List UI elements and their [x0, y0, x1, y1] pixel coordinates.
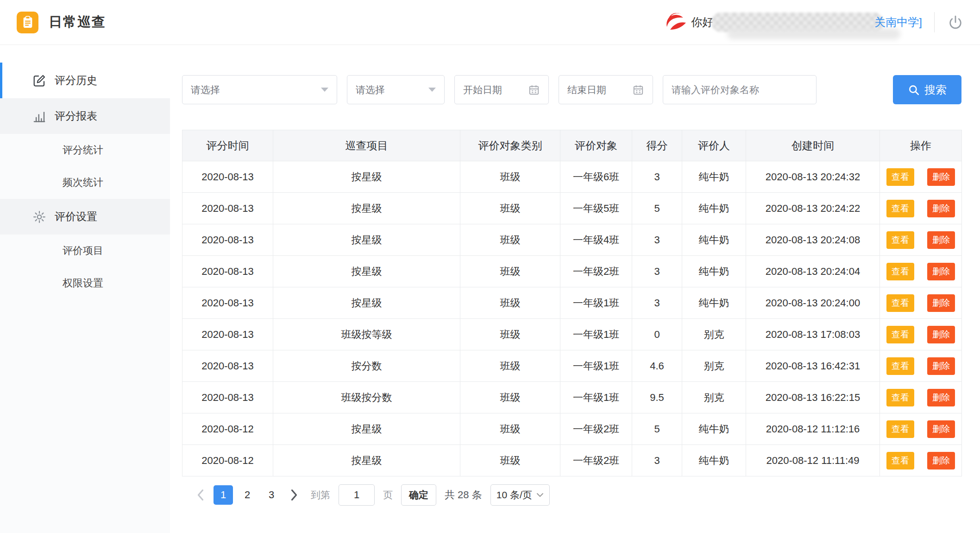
sidebar-item-permission-settings[interactable]: 权限设置	[0, 267, 170, 299]
confirm-button[interactable]: 确定	[401, 484, 436, 506]
chevron-down-icon	[321, 88, 328, 92]
cell-object-category: 班级	[460, 161, 560, 193]
cell-evaluator: 纯牛奶	[682, 445, 746, 476]
page-button-2[interactable]: 2	[238, 485, 257, 505]
view-button[interactable]: 查看	[886, 294, 914, 312]
school-name-link[interactable]: 关南中学]	[874, 15, 922, 30]
cell-object: 一年级1班	[560, 319, 632, 350]
page-button-1[interactable]: 1	[214, 485, 233, 505]
cell-object-category: 班级	[460, 413, 560, 445]
start-date-input[interactable]: 开始日期	[454, 75, 549, 104]
view-button[interactable]: 查看	[886, 231, 914, 249]
object-name-search-input[interactable]	[663, 75, 817, 104]
view-button[interactable]: 查看	[886, 420, 914, 438]
power-icon	[948, 14, 963, 30]
delete-button[interactable]: 删除	[927, 452, 955, 470]
cell-create-time: 2020-08-13 16:42:31	[746, 350, 880, 382]
delete-button[interactable]: 删除	[927, 168, 955, 186]
view-button[interactable]: 查看	[886, 263, 914, 280]
column-header: 评分时间	[182, 130, 273, 161]
view-button[interactable]: 查看	[886, 168, 914, 186]
cell-score: 3	[632, 161, 682, 193]
view-button[interactable]: 查看	[886, 326, 914, 343]
delete-button[interactable]: 删除	[927, 231, 955, 249]
select-placeholder: 请选择	[191, 83, 220, 96]
sidebar-item-score-history[interactable]: 评分历史	[0, 63, 170, 98]
prev-page-button[interactable]	[192, 485, 209, 505]
cell-score: 0	[632, 319, 682, 350]
cell-object: 一年级6班	[560, 161, 632, 193]
sidebar-item-label: 权限设置	[63, 276, 103, 290]
next-page-button[interactable]	[286, 485, 302, 505]
cell-create-time: 2020-08-13 17:08:03	[746, 319, 880, 350]
cell-object: 一年级2班	[560, 445, 632, 476]
cell-score: 5	[632, 193, 682, 224]
sidebar-item-frequency-stats[interactable]: 频次统计	[0, 166, 170, 199]
search-button[interactable]: 搜索	[893, 75, 961, 104]
records-table: 评分时间 巡查项目 评价对象类别 评价对象 得分 评价人 创建时间 操作 202…	[182, 130, 962, 476]
cell-score-time: 2020-08-13	[182, 319, 273, 350]
column-header: 评价人	[682, 130, 746, 161]
delete-button[interactable]: 删除	[927, 263, 955, 280]
cell-operations: 查看 删除	[880, 350, 962, 382]
phoenix-bird-icon	[665, 13, 686, 32]
cell-score-time: 2020-08-13	[182, 224, 273, 256]
sidebar-item-score-stats[interactable]: 评分统计	[0, 134, 170, 166]
table-row: 2020-08-13 班级按分数 班级 一年级1班 9.5 别克 2020-08…	[182, 382, 962, 413]
select-placeholder: 请选择	[356, 83, 385, 96]
delete-button[interactable]: 删除	[927, 326, 955, 343]
cell-create-time: 2020-08-13 20:24:04	[746, 256, 880, 287]
view-button[interactable]: 查看	[886, 357, 914, 375]
cell-score: 5	[632, 413, 682, 445]
delete-button[interactable]: 删除	[927, 420, 955, 438]
inspection-type-select[interactable]: 请选择	[182, 75, 337, 104]
total-records-label: 共 28 条	[445, 488, 482, 502]
date-placeholder: 开始日期	[463, 83, 502, 96]
table-header-row: 评分时间 巡查项目 评价对象类别 评价对象 得分 评价人 创建时间 操作	[182, 130, 962, 161]
table-row: 2020-08-13 按星级 班级 一年级1班 3 纯牛奶 2020-08-13…	[182, 287, 962, 319]
cell-object: 一年级2班	[560, 256, 632, 287]
cell-inspection-item: 按分数	[273, 350, 460, 382]
table-row: 2020-08-13 按星级 班级 一年级6班 3 纯牛奶 2020-08-13…	[182, 161, 962, 193]
delete-button[interactable]: 删除	[927, 389, 955, 406]
cell-score: 3	[632, 224, 682, 256]
cell-score-time: 2020-08-13	[182, 350, 273, 382]
view-button[interactable]: 查看	[886, 200, 914, 217]
delete-button[interactable]: 删除	[927, 200, 955, 217]
sidebar-item-evaluation-items[interactable]: 评价项目	[0, 235, 170, 267]
page-button-3[interactable]: 3	[262, 485, 281, 505]
cell-object-category: 班级	[460, 319, 560, 350]
table-body: 2020-08-13 按星级 班级 一年级6班 3 纯牛奶 2020-08-13…	[182, 161, 962, 476]
pagination: 1 2 3 到第 页 确定 共 28 条 10 条/页	[182, 484, 961, 506]
delete-button[interactable]: 删除	[927, 294, 955, 312]
magnifier-icon	[908, 84, 920, 96]
cell-object-category: 班级	[460, 256, 560, 287]
cell-inspection-item: 按星级	[273, 445, 460, 476]
object-category-select[interactable]: 请选择	[347, 75, 445, 104]
view-button[interactable]: 查看	[886, 452, 914, 470]
end-date-input[interactable]: 结束日期	[559, 75, 653, 104]
sidebar-item-evaluation-settings[interactable]: 评价设置	[0, 199, 170, 235]
goto-page-label: 到第	[311, 489, 330, 501]
calendar-icon	[632, 84, 644, 96]
view-button[interactable]: 查看	[886, 389, 914, 406]
cell-operations: 查看 删除	[880, 193, 962, 224]
chevron-down-icon	[428, 88, 436, 92]
cell-evaluator: 纯牛奶	[682, 256, 746, 287]
cell-object-category: 班级	[460, 382, 560, 413]
column-header: 操作	[880, 130, 962, 161]
cell-create-time: 2020-08-13 16:22:15	[746, 382, 880, 413]
goto-page-input[interactable]	[339, 484, 375, 506]
bar-chart-icon	[32, 109, 47, 123]
sidebar-item-label: 频次统计	[63, 176, 103, 190]
page-size-select[interactable]: 10 条/页	[490, 484, 550, 506]
cell-inspection-item: 班级按等级	[273, 319, 460, 350]
sidebar-item-label: 评分统计	[63, 143, 103, 157]
cell-score: 4.6	[632, 350, 682, 382]
delete-button[interactable]: 删除	[927, 357, 955, 375]
cell-score: 3	[632, 445, 682, 476]
logout-button[interactable]	[934, 12, 963, 32]
cell-score: 3	[632, 256, 682, 287]
cell-score-time: 2020-08-13	[182, 256, 273, 287]
sidebar-item-score-report[interactable]: 评分报表	[0, 98, 170, 134]
